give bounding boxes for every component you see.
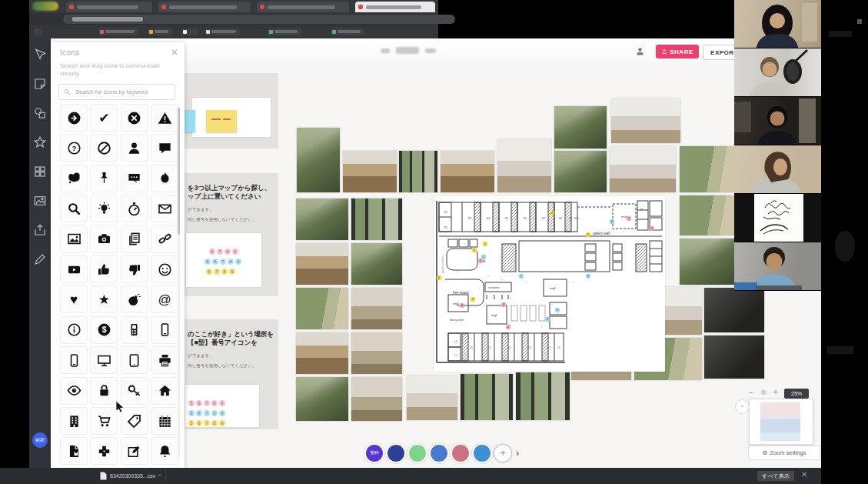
- collaborator-avatar[interactable]: [429, 443, 449, 463]
- x-circle-icon[interactable]: [121, 104, 148, 132]
- office-photo[interactable]: [554, 151, 607, 192]
- toolbar-avatar[interactable]: 裕和: [32, 432, 48, 448]
- minimap[interactable]: [749, 399, 813, 445]
- home-icon[interactable]: [151, 377, 178, 405]
- collaborator-avatar[interactable]: [472, 443, 492, 463]
- office-photo[interactable]: [297, 128, 340, 192]
- show-all-downloads-button[interactable]: すべて表示: [757, 471, 794, 481]
- canvas-frame-c[interactable]: のここが好き」という場所を 【■型】番号アイコンを ができます。 同じ番号を使用…: [185, 319, 278, 429]
- fire-icon[interactable]: [151, 165, 178, 192]
- arrow-right-circle-icon[interactable]: [60, 104, 88, 132]
- number-chip-pink[interactable]: 6: [209, 249, 215, 255]
- link-icon[interactable]: [151, 225, 178, 253]
- bookmark-item[interactable]: [98, 28, 138, 35]
- video-participant-man-dark[interactable]: [734, 97, 821, 145]
- board-canvas[interactable]: を3つ以上マップから探し、 ップ上に置いてください ができます。 同じ番号を使用…: [185, 65, 821, 468]
- number-chip-blue[interactable]: 8: [211, 410, 218, 416]
- close-icon[interactable]: ✕: [171, 47, 178, 58]
- thumbs-up-icon[interactable]: [90, 255, 118, 283]
- number-chip-yellow[interactable]: 6: [206, 269, 212, 275]
- office-photo[interactable]: [296, 332, 348, 374]
- number-chip-blue[interactable]: 6: [212, 259, 218, 265]
- number-chip-pink[interactable]: 9: [219, 400, 225, 406]
- sticky-note-tool[interactable]: [33, 77, 47, 91]
- address-bar[interactable]: [63, 15, 455, 24]
- icon-search-box[interactable]: [58, 84, 175, 100]
- bell-icon[interactable]: [151, 437, 178, 465]
- tag-icon[interactable]: [121, 407, 148, 435]
- office-photo[interactable]: [343, 151, 397, 192]
- office-photo[interactable]: [611, 98, 680, 143]
- office-photo[interactable]: [351, 332, 402, 374]
- edit-icon[interactable]: [121, 437, 148, 465]
- number-chip-yellow[interactable]: 9: [219, 420, 225, 426]
- collaborator-avatar[interactable]: 裕和: [364, 443, 384, 463]
- video-participant-woman-headphones[interactable]: [734, 0, 821, 48]
- office-photo[interactable]: [351, 243, 402, 285]
- collaborator-avatar[interactable]: [451, 443, 471, 463]
- import-tool[interactable]: [33, 223, 47, 237]
- lock-icon[interactable]: [90, 377, 118, 405]
- controller-icon[interactable]: [90, 437, 118, 465]
- check-icon[interactable]: ✔: [90, 104, 118, 132]
- idea-bulb-icon[interactable]: [90, 195, 118, 222]
- chat-scribble-icon[interactable]: [121, 165, 148, 192]
- floor-plan-image[interactable]: gallery wall cafe free space multi wc re…: [434, 196, 665, 372]
- canvas-frame-a[interactable]: [185, 73, 278, 149]
- number-chips-card[interactable]: 6789567896789: [186, 233, 261, 287]
- number-chip-blue[interactable]: 9: [219, 410, 225, 416]
- shapes-tool[interactable]: [33, 106, 47, 120]
- printer-icon[interactable]: [151, 346, 178, 374]
- number-chip-yellow[interactable]: 5: [188, 420, 195, 426]
- number-chip-pink[interactable]: 5: [188, 400, 195, 406]
- file-icon[interactable]: [60, 437, 88, 465]
- number-chip-blue[interactable]: 8: [228, 259, 234, 265]
- search-input[interactable]: [74, 88, 175, 96]
- office-photo[interactable]: [704, 335, 764, 379]
- no-entry-icon[interactable]: [90, 134, 118, 162]
- image-tool[interactable]: [33, 194, 47, 208]
- number-chip-pink[interactable]: 9: [232, 249, 238, 255]
- tablet-icon[interactable]: [121, 346, 148, 374]
- monitor-icon[interactable]: [90, 346, 118, 374]
- browser-tab[interactable]: [257, 2, 349, 12]
- bomb-icon[interactable]: [121, 285, 148, 313]
- sticky-note-yellow[interactable]: [206, 110, 237, 132]
- number-chip-yellow[interactable]: 7: [204, 420, 210, 426]
- add-collaborator-button[interactable]: +: [494, 444, 512, 462]
- bookmark-item[interactable]: [34, 28, 42, 35]
- office-photo[interactable]: [351, 199, 402, 240]
- building-icon[interactable]: [60, 407, 88, 435]
- office-photo[interactable]: [461, 374, 513, 420]
- browser-tab[interactable]: [158, 2, 251, 12]
- frames-tool[interactable]: [33, 165, 47, 179]
- video-icon[interactable]: [60, 255, 88, 283]
- camera-icon[interactable]: [90, 225, 118, 253]
- number-chip-yellow[interactable]: 8: [221, 269, 228, 275]
- number-chip-blue[interactable]: 7: [220, 259, 226, 265]
- office-photo[interactable]: [704, 288, 764, 332]
- image-icon[interactable]: [60, 225, 88, 253]
- office-photo[interactable]: [610, 146, 676, 192]
- number-chip-blue[interactable]: 9: [235, 259, 241, 265]
- presentation-mode-button[interactable]: ^: [735, 399, 750, 414]
- warning-icon[interactable]: [151, 104, 178, 132]
- smartphone-icon[interactable]: [151, 316, 178, 344]
- browser-tab-active[interactable]: [355, 2, 435, 12]
- smartphone-2-icon[interactable]: [60, 346, 88, 374]
- chat-icon[interactable]: [151, 134, 178, 162]
- star-icon[interactable]: ★: [90, 285, 118, 313]
- bookmark-item[interactable]: [205, 28, 240, 35]
- window-controls[interactable]: [32, 2, 58, 11]
- pen-tool[interactable]: [33, 252, 47, 266]
- thumbs-down-icon[interactable]: [121, 255, 148, 283]
- stopwatch-icon[interactable]: [121, 195, 148, 222]
- number-chip-blue[interactable]: 5: [188, 410, 195, 416]
- pushpin-icon[interactable]: [90, 165, 118, 192]
- info-circle-icon[interactable]: [60, 316, 88, 344]
- number-chip-pink[interactable]: 7: [204, 400, 210, 406]
- panel-scrollbar-thumb[interactable]: [178, 108, 180, 235]
- facepile-expand-chevron[interactable]: ›: [516, 447, 519, 459]
- office-photo[interactable]: [399, 151, 437, 192]
- office-photo[interactable]: [497, 139, 551, 192]
